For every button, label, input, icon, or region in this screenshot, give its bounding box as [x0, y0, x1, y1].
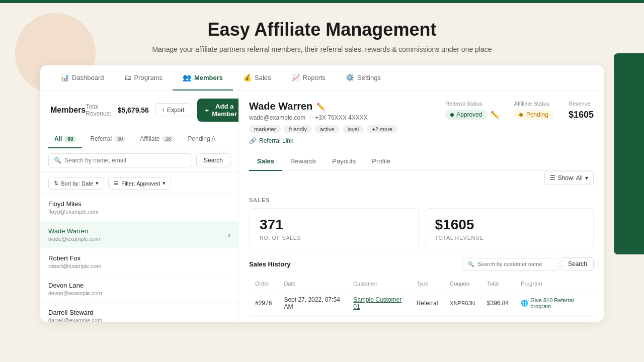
tag-more[interactable]: +2 more — [367, 125, 397, 133]
member-name: Floyd Miles — [48, 200, 99, 208]
member-email: wade@example.com — [48, 236, 100, 242]
tab-pending[interactable]: Pending A — [182, 130, 222, 148]
search-input[interactable] — [64, 157, 187, 164]
type-cell: Referral — [411, 291, 444, 316]
revenue-col: Revenue $1605 — [569, 101, 594, 120]
total-revenue-card: $1605 TOTAL REVENUE — [425, 208, 594, 249]
member-name: Devon Lane — [48, 282, 102, 289]
members-meta: Total Revenue: $5,679.56 ↑ Export + Add … — [86, 99, 239, 122]
total-cell: $546.52 — [481, 316, 515, 322]
col-order: Order — [249, 277, 278, 291]
tab-all[interactable]: All 60 — [48, 130, 82, 148]
col-date: Date — [278, 277, 347, 291]
sales-count-label: NO. OF SALES — [260, 235, 408, 241]
customer-cell: Sample Customer 02 — [347, 316, 410, 322]
member-item-wade[interactable]: Wade Warren wade@example.com › — [40, 221, 238, 248]
filter-button[interactable]: ☰ Filter: Approved ▾ — [108, 177, 171, 190]
tag-loyal: loyal — [343, 125, 364, 133]
left-panel: Members Total Revenue: $5,679.56 ↑ Expor… — [40, 90, 239, 322]
detail-email: wade@example.com — [249, 114, 305, 121]
export-button[interactable]: ↑ Export — [155, 103, 191, 117]
tag-active: active — [315, 125, 340, 133]
edit-icon[interactable]: ✏️ — [316, 103, 325, 111]
detail-contact: wade@example.com | +3X 76XXX 4XXXX — [249, 114, 397, 121]
sub-tab-profile[interactable]: Profile — [364, 152, 398, 171]
search-button[interactable]: Search — [196, 153, 230, 167]
sub-tab-payouts[interactable]: Payouts — [324, 152, 364, 171]
sub-tab-rewards[interactable]: Rewards — [282, 152, 324, 171]
table-row: #2976 Sept 27, 2022, 07:54 AM Sample Cus… — [249, 291, 594, 316]
sales-history-header: Sales History 🔍 Search — [249, 257, 594, 270]
member-name: Wade Warren — [48, 227, 100, 235]
referral-status-label: Referral Status — [445, 101, 499, 107]
program-cell: 🌐 Give $10 Referral program — [515, 316, 594, 322]
order-cell: #2905 — [249, 316, 278, 322]
filter-icon: ☰ — [114, 180, 119, 187]
member-email: robert@example.com — [48, 263, 101, 269]
date-cell: Sept 26, 2022, 09:25 PM — [278, 316, 347, 322]
member-item-darrell[interactable]: Darrell Steward darrell@example.com — [40, 303, 238, 322]
col-type: Type — [411, 277, 444, 291]
coupon-cell: CYDIY5K — [444, 316, 481, 322]
col-coupon: Coupon — [444, 277, 481, 291]
nav-item-dashboard[interactable]: 📊 Dashboard — [50, 65, 114, 90]
tab-affiliate[interactable]: Affiliate 28 — [134, 130, 180, 148]
sort-button[interactable]: ⇅ Sort by: Date ▾ — [48, 177, 104, 190]
member-email: floyd@example.com — [48, 209, 99, 215]
member-email: darrell@example.com — [48, 317, 102, 322]
detail-name-row: Wade Warren ✏️ — [249, 101, 397, 112]
settings-icon: ⚙️ — [346, 73, 354, 81]
total-revenue-label: Total Revenue: — [86, 103, 111, 117]
referral-status-edit-icon[interactable]: ✏️ — [491, 111, 499, 119]
nav-item-reports[interactable]: 📈 Reports — [281, 65, 336, 90]
member-detail-name: Wade Warren — [249, 101, 312, 112]
program-link[interactable]: 🌐 Give $10 Referral program — [521, 297, 588, 309]
status-dot — [450, 113, 454, 117]
sub-tab-sales[interactable]: Sales — [249, 152, 282, 171]
show-all-button[interactable]: ☰ Show: All ▾ — [544, 171, 594, 185]
members-icon: 👥 — [183, 73, 191, 81]
customer-search-button[interactable]: Search — [561, 257, 594, 270]
status-section: Referral Status Approved ✏️ Affiliate St… — [445, 101, 594, 120]
total-revenue-value: $5,679.56 — [118, 106, 149, 114]
table-header: Order Date Customer Type Coupon Total Pr… — [249, 277, 594, 291]
detail-tags: marketer friendly active loyal +2 more — [249, 125, 397, 133]
member-item-robert[interactable]: Robert Fox robert@example.com — [40, 248, 238, 276]
tab-referral[interactable]: Referral 60 — [84, 130, 132, 148]
nav-item-settings[interactable]: ⚙️ Settings — [336, 65, 391, 90]
detail-header: Wade Warren ✏️ wade@example.com | +3X 76… — [249, 101, 594, 144]
add-member-button[interactable]: + Add a Member — [197, 99, 239, 122]
customer-search-input[interactable] — [477, 261, 553, 267]
member-tabs: All 60 Referral 60 Affiliate 28 Pending … — [40, 130, 238, 148]
sales-count-card: 371 NO. OF SALES — [249, 208, 419, 249]
link-icon: 🔗 — [249, 137, 257, 144]
sales-section-label: SALES — [249, 197, 594, 203]
nav-item-members[interactable]: 👥 Members — [173, 65, 233, 90]
reports-icon: 📈 — [291, 73, 300, 81]
customer-link[interactable]: Sample Customer 01 — [353, 296, 401, 310]
globe-icon: 🌐 — [521, 300, 528, 307]
affiliate-status-label: Affiliate Status — [514, 101, 553, 107]
sort-icon: ⇅ — [54, 180, 58, 187]
total-cell: $396.84 — [481, 291, 515, 316]
date-cell: Sept 27, 2022, 07:54 AM — [278, 291, 347, 316]
tag-friendly: friendly — [284, 125, 311, 133]
customer-search-wrap: 🔍 Search — [462, 257, 594, 270]
hero-title: Easy Affiliate Management — [0, 19, 644, 40]
nav-item-programs[interactable]: 🗂 Programs — [114, 65, 173, 90]
main-card: 📊 Dashboard 🗂 Programs 👥 Members 💰 Sales… — [40, 65, 604, 322]
member-item-floyd[interactable]: Floyd Miles floyd@example.com — [40, 194, 238, 221]
sales-count-value: 371 — [260, 217, 408, 233]
programs-icon: 🗂 — [124, 73, 131, 81]
chevron-right-icon: › — [228, 231, 230, 239]
customer-cell: Sample Customer 01 — [347, 291, 410, 316]
referral-link[interactable]: 🔗 Referral Link — [249, 137, 397, 144]
member-item-devon[interactable]: Devon Lane devon@example.com — [40, 276, 238, 303]
main-nav: 📊 Dashboard 🗂 Programs 👥 Members 💰 Sales… — [40, 65, 604, 90]
content-area: Members Total Revenue: $5,679.56 ↑ Expor… — [40, 90, 604, 322]
coupon-cell: XNPE0JN — [444, 291, 481, 316]
export-icon: ↑ — [162, 107, 165, 114]
nav-item-sales[interactable]: 💰 Sales — [233, 65, 281, 90]
hero-subtitle: Manage your affiliate partners referral … — [0, 45, 644, 53]
search-input-wrap: 🔍 — [48, 153, 192, 167]
